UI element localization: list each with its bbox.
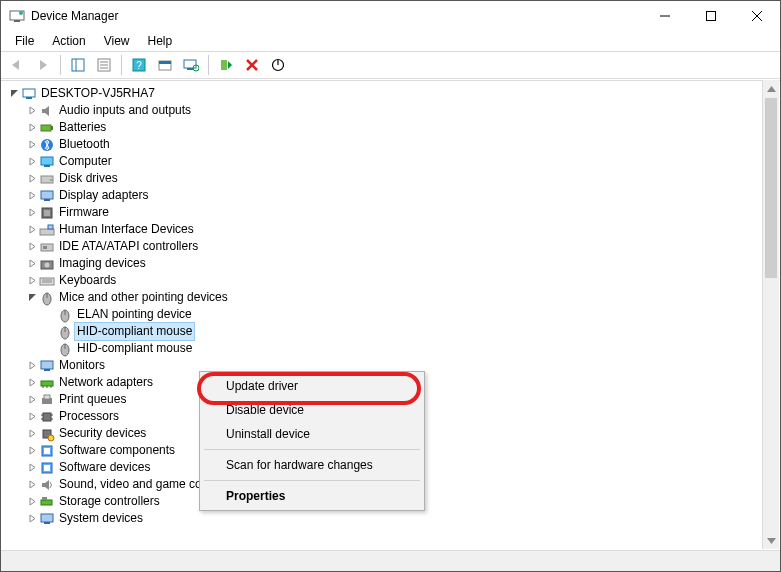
show-hide-console-button[interactable] bbox=[66, 54, 90, 76]
help-button[interactable]: ? bbox=[127, 54, 151, 76]
context-properties[interactable]: Properties bbox=[202, 484, 422, 508]
tree-item-computer[interactable]: Computer bbox=[3, 153, 780, 170]
expand-icon[interactable] bbox=[25, 512, 39, 526]
sound-icon bbox=[39, 477, 55, 493]
tree-item-ide[interactable]: IDE ATA/ATAPI controllers bbox=[3, 238, 780, 255]
context-update-driver[interactable]: Update driver bbox=[202, 374, 422, 398]
uninstall-device-button[interactable] bbox=[240, 54, 264, 76]
expand-icon[interactable] bbox=[25, 104, 39, 118]
tree-item-system[interactable]: System devices bbox=[3, 510, 780, 527]
svg-rect-33 bbox=[41, 191, 53, 199]
svg-point-32 bbox=[50, 179, 52, 181]
title-bar: Device Manager bbox=[1, 1, 780, 31]
svg-rect-56 bbox=[41, 381, 53, 386]
svg-rect-36 bbox=[44, 210, 50, 216]
tree-item-mice-hid1[interactable]: HID-compliant mouse bbox=[3, 323, 780, 340]
expand-icon[interactable] bbox=[25, 444, 39, 458]
expand-icon[interactable] bbox=[25, 206, 39, 220]
bluetooth-icon bbox=[39, 137, 55, 153]
svg-rect-74 bbox=[42, 497, 47, 500]
nav-forward-button[interactable] bbox=[31, 54, 55, 76]
scroll-down-button[interactable] bbox=[763, 532, 779, 549]
tree-root[interactable]: DESKTOP-VJ5RHA7 bbox=[3, 85, 780, 102]
svg-rect-76 bbox=[44, 522, 50, 524]
expand-icon[interactable] bbox=[25, 121, 39, 135]
expand-icon[interactable] bbox=[25, 427, 39, 441]
menu-file[interactable]: File bbox=[7, 32, 42, 50]
nav-back-button[interactable] bbox=[5, 54, 29, 76]
tree-item-mice[interactable]: Mice and other pointing devices bbox=[3, 289, 780, 306]
toolbar-separator bbox=[208, 55, 209, 75]
tree-item-mice-hid2[interactable]: HID-compliant mouse bbox=[3, 340, 780, 357]
svg-rect-7 bbox=[72, 59, 84, 71]
printer-icon bbox=[39, 392, 55, 408]
context-scan-hardware[interactable]: Scan for hardware changes bbox=[202, 453, 422, 477]
action-button[interactable] bbox=[153, 54, 177, 76]
svg-rect-18 bbox=[187, 68, 193, 70]
context-uninstall-device[interactable]: Uninstall device bbox=[202, 422, 422, 446]
menu-help[interactable]: Help bbox=[140, 32, 181, 50]
svg-rect-37 bbox=[40, 229, 54, 235]
menu-action[interactable]: Action bbox=[44, 32, 93, 50]
mouse-icon bbox=[39, 290, 55, 306]
maximize-button[interactable] bbox=[688, 1, 734, 31]
expand-icon[interactable] bbox=[25, 376, 39, 390]
tree-item-bluetooth[interactable]: Bluetooth bbox=[3, 136, 780, 153]
scroll-up-button[interactable] bbox=[763, 80, 779, 97]
expand-icon[interactable] bbox=[25, 240, 39, 254]
context-menu: Update driver Disable device Uninstall d… bbox=[199, 371, 425, 511]
mouse-icon bbox=[57, 307, 73, 323]
hid-icon bbox=[39, 222, 55, 238]
expand-icon[interactable] bbox=[25, 138, 39, 152]
svg-rect-72 bbox=[44, 465, 50, 471]
tree-item-audio[interactable]: Audio inputs and outputs bbox=[3, 102, 780, 119]
expand-icon[interactable] bbox=[25, 172, 39, 186]
expand-icon[interactable] bbox=[25, 393, 39, 407]
mouse-icon bbox=[57, 324, 73, 340]
expand-icon[interactable] bbox=[25, 189, 39, 203]
update-driver-button[interactable] bbox=[214, 54, 238, 76]
expand-icon[interactable] bbox=[25, 274, 39, 288]
expand-icon[interactable] bbox=[25, 478, 39, 492]
scan-hardware-button[interactable] bbox=[179, 54, 203, 76]
svg-rect-73 bbox=[41, 500, 52, 505]
disable-device-button[interactable] bbox=[266, 54, 290, 76]
context-separator bbox=[204, 480, 420, 481]
tree-item-batteries[interactable]: Batteries bbox=[3, 119, 780, 136]
tree-item-imaging[interactable]: Imaging devices bbox=[3, 255, 780, 272]
menu-view[interactable]: View bbox=[96, 32, 138, 50]
keyboard-icon bbox=[39, 273, 55, 289]
context-disable-device[interactable]: Disable device bbox=[202, 398, 422, 422]
minimize-button[interactable] bbox=[642, 1, 688, 31]
svg-rect-24 bbox=[23, 89, 35, 97]
tree-item-mice-elan[interactable]: ELAN pointing device bbox=[3, 306, 780, 323]
scroll-thumb[interactable] bbox=[765, 98, 777, 278]
display-adapter-icon bbox=[39, 188, 55, 204]
expand-icon[interactable] bbox=[25, 461, 39, 475]
disk-icon bbox=[39, 171, 55, 187]
svg-point-2 bbox=[19, 11, 23, 15]
toolbar-separator bbox=[60, 55, 61, 75]
tree-item-hid[interactable]: Human Interface Devices bbox=[3, 221, 780, 238]
expand-icon[interactable] bbox=[25, 495, 39, 509]
expand-icon[interactable] bbox=[25, 155, 39, 169]
collapse-icon[interactable] bbox=[25, 291, 39, 305]
processor-icon bbox=[39, 409, 55, 425]
close-button[interactable] bbox=[734, 1, 780, 31]
tree-item-firmware[interactable]: Firmware bbox=[3, 204, 780, 221]
toolbar: ? bbox=[1, 51, 780, 79]
software-icon bbox=[39, 443, 55, 459]
tree-item-keyboards[interactable]: Keyboards bbox=[3, 272, 780, 289]
tree-item-display-adapters[interactable]: Display adapters bbox=[3, 187, 780, 204]
collapse-icon[interactable] bbox=[7, 87, 21, 101]
expand-icon[interactable] bbox=[25, 359, 39, 373]
imaging-icon bbox=[39, 256, 55, 272]
tree-item-disk[interactable]: Disk drives bbox=[3, 170, 780, 187]
svg-rect-25 bbox=[26, 97, 32, 99]
vertical-scrollbar[interactable] bbox=[762, 80, 779, 549]
properties-button[interactable] bbox=[92, 54, 116, 76]
expand-icon[interactable] bbox=[25, 223, 39, 237]
expand-icon[interactable] bbox=[25, 410, 39, 424]
expand-icon[interactable] bbox=[25, 257, 39, 271]
svg-rect-54 bbox=[41, 361, 53, 369]
